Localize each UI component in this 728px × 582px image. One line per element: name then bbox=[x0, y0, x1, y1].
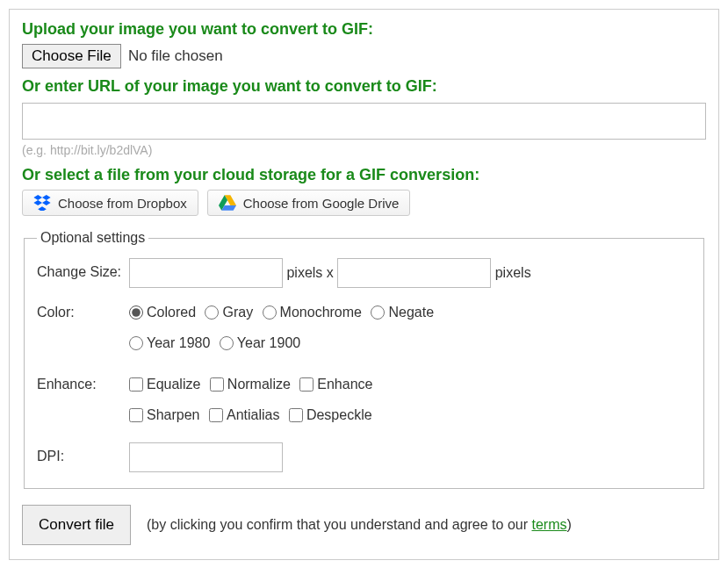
url-heading: Or enter URL of your image you want to c… bbox=[22, 77, 706, 96]
color-radio[interactable] bbox=[220, 336, 234, 350]
dpi-row: DPI: bbox=[37, 442, 691, 472]
color-row: Color: Colored Gray Monochrome Negate Ye… bbox=[37, 298, 691, 360]
conversion-panel: Upload your image you want to convert to… bbox=[9, 9, 719, 560]
gdrive-icon bbox=[219, 195, 236, 211]
enhance-checkbox[interactable] bbox=[209, 408, 223, 422]
size-sep: pixels x bbox=[286, 265, 333, 280]
enhance-label: Enhance: bbox=[37, 370, 129, 394]
color-option-monochrome[interactable]: Monochrome bbox=[263, 298, 362, 327]
color-option-label: Negate bbox=[388, 298, 434, 327]
enhance-option-normalize[interactable]: Normalize bbox=[210, 370, 291, 399]
enhance-option-despeckle[interactable]: Despeckle bbox=[289, 401, 372, 429]
color-option-colored[interactable]: Colored bbox=[129, 298, 196, 327]
color-radio[interactable] bbox=[129, 305, 143, 320]
width-input[interactable] bbox=[129, 258, 283, 288]
color-radio[interactable] bbox=[371, 305, 385, 320]
optional-legend: Optional settings bbox=[37, 230, 148, 246]
file-status: No file chosen bbox=[128, 47, 223, 64]
enhance-checkbox[interactable] bbox=[299, 377, 314, 392]
dpi-input[interactable] bbox=[129, 442, 283, 472]
color-radio[interactable] bbox=[129, 336, 143, 350]
dpi-label: DPI: bbox=[37, 442, 129, 466]
color-option-label: Colored bbox=[147, 298, 196, 327]
terms-link[interactable]: terms bbox=[531, 517, 566, 532]
enhance-option-label: Normalize bbox=[227, 370, 291, 399]
color-radio[interactable] bbox=[263, 305, 277, 320]
choose-file-button[interactable]: Choose File bbox=[22, 44, 121, 68]
terms-post: ) bbox=[566, 517, 571, 532]
terms-pre: (by clicking you confirm that you unders… bbox=[147, 517, 531, 532]
url-hint: (e.g. http://bit.ly/b2dlVA) bbox=[22, 143, 706, 157]
color-option-year-1900[interactable]: Year 1900 bbox=[220, 329, 300, 357]
color-option-label: Year 1900 bbox=[237, 329, 300, 357]
enhance-option-label: Sharpen bbox=[147, 401, 200, 429]
enhance-option-enhance[interactable]: Enhance bbox=[299, 370, 372, 399]
size-row: Change Size: pixels x pixels bbox=[37, 258, 691, 288]
enhance-option-sharpen[interactable]: Sharpen bbox=[129, 401, 200, 429]
convert-button[interactable]: Convert file bbox=[22, 505, 131, 545]
height-input[interactable] bbox=[337, 258, 491, 288]
dropbox-label: Choose from Dropbox bbox=[58, 196, 187, 211]
gdrive-label: Choose from Google Drive bbox=[243, 196, 400, 211]
enhance-row: Enhance: Equalize Normalize Enhance Shar… bbox=[37, 370, 691, 432]
size-label: Change Size: bbox=[37, 258, 129, 282]
file-row: Choose File No file chosen bbox=[22, 44, 706, 68]
cloud-heading: Or select a file from your cloud storage… bbox=[22, 166, 706, 184]
optional-settings: Optional settings Change Size: pixels x … bbox=[24, 230, 704, 489]
submit-row: Convert file (by clicking you confirm th… bbox=[22, 505, 706, 545]
terms-note: (by clicking you confirm that you unders… bbox=[147, 514, 572, 535]
gdrive-button[interactable]: Choose from Google Drive bbox=[207, 190, 411, 216]
color-option-label: Gray bbox=[222, 298, 253, 327]
dropbox-icon bbox=[33, 195, 51, 211]
enhance-option-label: Equalize bbox=[147, 370, 200, 399]
url-input[interactable] bbox=[22, 103, 706, 140]
size-suffix: pixels bbox=[495, 265, 531, 280]
color-option-negate[interactable]: Negate bbox=[371, 298, 434, 327]
color-option-year-1980[interactable]: Year 1980 bbox=[129, 329, 210, 357]
enhance-option-label: Enhance bbox=[317, 370, 372, 399]
enhance-option-equalize[interactable]: Equalize bbox=[129, 370, 200, 399]
cloud-row: Choose from Dropbox Choose from Google D… bbox=[22, 190, 706, 216]
upload-heading: Upload your image you want to convert to… bbox=[22, 20, 706, 39]
enhance-option-label: Despeckle bbox=[306, 401, 372, 429]
enhance-option-label: Antialias bbox=[227, 401, 279, 429]
enhance-checkbox[interactable] bbox=[129, 408, 143, 422]
color-option-label: Year 1980 bbox=[147, 329, 210, 357]
color-option-label: Monochrome bbox=[280, 298, 362, 327]
enhance-checkbox[interactable] bbox=[210, 377, 224, 392]
enhance-checkbox[interactable] bbox=[289, 408, 303, 422]
enhance-checkbox[interactable] bbox=[129, 377, 143, 392]
color-label: Color: bbox=[37, 298, 129, 322]
enhance-option-antialias[interactable]: Antialias bbox=[209, 401, 279, 429]
color-option-gray[interactable]: Gray bbox=[205, 298, 253, 327]
color-radio[interactable] bbox=[205, 305, 219, 320]
dropbox-button[interactable]: Choose from Dropbox bbox=[22, 190, 198, 216]
